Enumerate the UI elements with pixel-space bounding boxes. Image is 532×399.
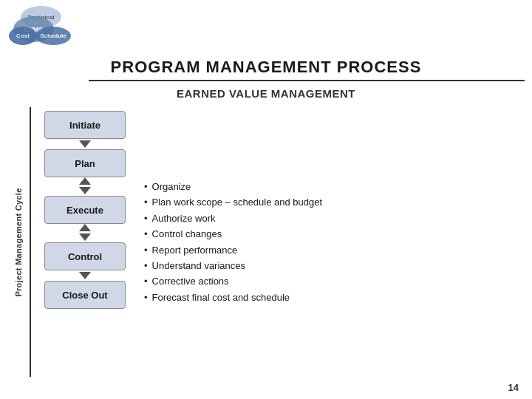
page-number: 14 [508,382,519,393]
execute-label: Execute [66,205,103,216]
list-item-6: Understand variances [144,258,514,273]
bullet-list: Organize Plan work scope – schedule and … [144,179,514,306]
arrow-down-icon [79,187,91,194]
page-title: PROGRAM MANAGEMENT PROCESS [0,58,532,77]
bullet-text-6: Understand variances [152,258,245,273]
list-item-3: Authorize work [144,211,514,226]
arrow-initiate-plan [79,140,91,148]
title-underline [89,80,525,81]
process-box-closeout: Close Out [44,281,126,309]
vertical-axis-label: Project Management Cycle [14,188,23,296]
arrow-control-closeout [79,272,91,279]
bullet-text-7: Corrective actions [152,273,229,289]
logo-circles: Technical EVMS Cost Schedule [7,6,74,54]
list-item-4: Control changes [144,226,514,242]
list-item-5: Report performance [144,242,514,258]
vertical-label-container: Project Management Cycle [7,107,30,377]
cost-label: Cost [16,33,30,39]
schedule-circle: Schedule [35,27,71,45]
list-item-8: Forecast final cost and schedule [144,290,514,305]
double-arrow-execute-control [79,224,91,242]
arrow-up-icon [79,177,91,185]
double-arrow-plan-execute [79,177,91,196]
schedule-label: Schedule [40,33,66,39]
logo-area: Technical EVMS Cost Schedule [7,6,89,54]
subtitle: EARNED VALUE MANAGEMENT [0,87,532,100]
process-box-initiate: Initiate [44,111,126,139]
bullet-list-container: Organize Plan work scope – schedule and … [133,107,525,377]
bullet-text-8: Forecast final cost and schedule [152,290,290,305]
list-item-2: Plan work scope – schedule and budget [144,194,514,210]
list-item-7: Corrective actions [144,273,514,289]
closeout-label: Close Out [62,290,107,301]
list-item-1: Organize [144,179,514,194]
process-column: Initiate Plan Execute Control Close Out [37,107,133,377]
left-border-line [30,107,31,377]
process-box-plan: Plan [44,149,126,177]
content-area: Project Management Cycle Initiate Plan E… [7,107,525,377]
control-label: Control [68,251,102,262]
process-box-control: Control [44,242,126,270]
process-box-execute: Execute [44,196,126,224]
arrow-down-icon2 [79,233,91,241]
arrow-up-icon2 [79,224,91,231]
initiate-label: Initiate [69,120,100,131]
bullet-text-3: Authorize work [152,211,216,226]
plan-label: Plan [75,158,95,169]
bullet-text-2: Plan work scope – schedule and budget [152,194,323,210]
cost-circle: Cost [9,27,37,45]
bullet-text-4: Control changes [152,226,222,242]
bullet-text-5: Report performance [152,242,238,258]
bullet-text-1: Organize [152,179,191,194]
